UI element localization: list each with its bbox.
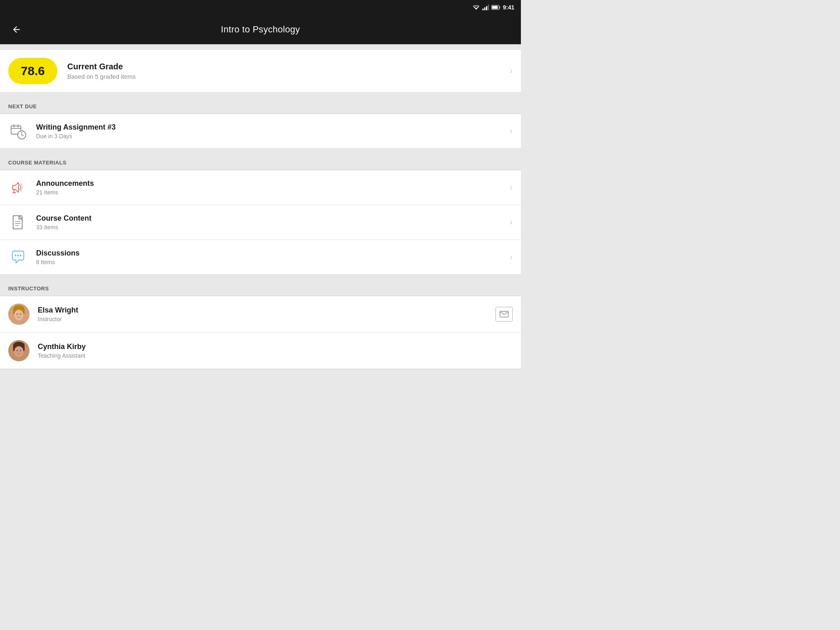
svg-point-23	[20, 255, 21, 256]
course-materials-card: Announcements 21 Items › Course Content	[0, 170, 521, 275]
next-due-header: NEXT DUE	[0, 98, 521, 114]
svg-rect-27	[23, 309, 25, 314]
grade-subtitle: Based on 5 graded items	[67, 73, 506, 80]
grade-value: 78.6	[21, 64, 45, 78]
discussions-chevron: ›	[510, 252, 513, 262]
status-time: 9:41	[503, 4, 514, 11]
svg-rect-3	[488, 5, 489, 10]
grade-chevron: ›	[510, 66, 513, 76]
gap-course-materials	[0, 149, 521, 154]
elsa-role: Instructor	[38, 316, 495, 322]
status-bar: 9:41	[0, 0, 521, 15]
writing-assignment-item[interactable]: Writing Assignment #3 Due in 3 Days ›	[0, 114, 521, 148]
status-icons: 9:41	[472, 4, 514, 11]
svg-point-36	[14, 346, 23, 357]
announcements-content: Announcements 21 Items	[36, 179, 506, 196]
battery-icon	[491, 5, 500, 10]
main-content: 78.6 Current Grade Based on 5 graded ite…	[0, 44, 521, 377]
course-content-title: Course Content	[36, 214, 506, 223]
cynthia-kirby-row: Cynthia Kirby Teaching Assistant	[0, 333, 521, 369]
svg-point-30	[20, 314, 21, 315]
cynthia-role: Teaching Assistant	[38, 352, 513, 359]
svg-rect-1	[484, 7, 485, 10]
grade-badge: 78.6	[8, 58, 57, 84]
grade-info: Current Grade Based on 5 graded items	[67, 62, 506, 80]
course-content-icon	[8, 212, 28, 232]
svg-rect-6	[492, 6, 498, 9]
svg-rect-26	[13, 309, 15, 314]
cynthia-name: Cynthia Kirby	[38, 342, 513, 351]
svg-rect-31	[500, 311, 508, 317]
elsa-info: Elsa Wright Instructor	[38, 306, 495, 322]
course-content-subtitle: 33 Items	[36, 224, 506, 231]
gap-next-due	[0, 93, 521, 98]
gap-top	[0, 44, 521, 49]
discussions-item[interactable]: Discussions 8 Items ›	[0, 240, 521, 274]
nav-bar: Intro to Psychology	[0, 15, 521, 44]
instructors-header: INSTRUCTORS	[0, 280, 521, 296]
elsa-wright-row: Elsa Wright Instructor	[0, 296, 521, 333]
page-title: Intro to Psychology	[221, 24, 300, 35]
grade-row[interactable]: 78.6 Current Grade Based on 5 graded ite…	[0, 49, 521, 93]
course-materials-header: COURSE MATERIALS	[0, 154, 521, 170]
svg-point-21	[15, 255, 16, 256]
writing-assignment-subtitle: Due in 3 Days	[36, 133, 506, 139]
course-content-content: Course Content 33 Items	[36, 214, 506, 231]
writing-assignment-chevron: ›	[510, 126, 513, 137]
svg-point-37	[17, 350, 18, 352]
announcements-icon	[8, 178, 28, 197]
discussions-subtitle: 8 Items	[36, 259, 506, 265]
discussions-icon	[8, 247, 28, 267]
svg-point-29	[17, 314, 18, 315]
elsa-mail-button[interactable]	[495, 307, 513, 322]
cynthia-info: Cynthia Kirby Teaching Assistant	[38, 342, 513, 359]
writing-assignment-content: Writing Assignment #3 Due in 3 Days	[36, 123, 506, 139]
announcements-title: Announcements	[36, 179, 506, 188]
announcements-item[interactable]: Announcements 21 Items ›	[0, 170, 521, 205]
course-content-chevron: ›	[510, 217, 513, 228]
back-button[interactable]	[8, 21, 25, 38]
assignment-icon	[8, 121, 28, 141]
next-due-card: Writing Assignment #3 Due in 3 Days ›	[0, 114, 521, 149]
svg-rect-2	[486, 6, 487, 10]
course-content-item[interactable]: Course Content 33 Items ›	[0, 205, 521, 240]
svg-point-22	[17, 255, 19, 256]
announcements-chevron: ›	[510, 182, 513, 193]
elsa-name: Elsa Wright	[38, 306, 495, 315]
svg-point-28	[14, 310, 23, 320]
announcements-subtitle: 21 Items	[36, 189, 506, 196]
gap-instructors	[0, 275, 521, 280]
instructors-card: Elsa Wright Instructor	[0, 296, 521, 369]
discussions-title: Discussions	[36, 249, 506, 258]
discussions-content: Discussions 8 Items	[36, 249, 506, 265]
gap-bottom	[0, 369, 521, 377]
writing-assignment-title: Writing Assignment #3	[36, 123, 506, 132]
svg-point-38	[20, 350, 21, 352]
cynthia-avatar	[8, 340, 30, 361]
elsa-avatar	[8, 304, 30, 325]
signal-icon	[482, 5, 489, 10]
svg-rect-0	[482, 9, 484, 10]
grade-title: Current Grade	[67, 62, 506, 71]
svg-rect-5	[499, 7, 500, 9]
wifi-icon	[472, 5, 480, 10]
